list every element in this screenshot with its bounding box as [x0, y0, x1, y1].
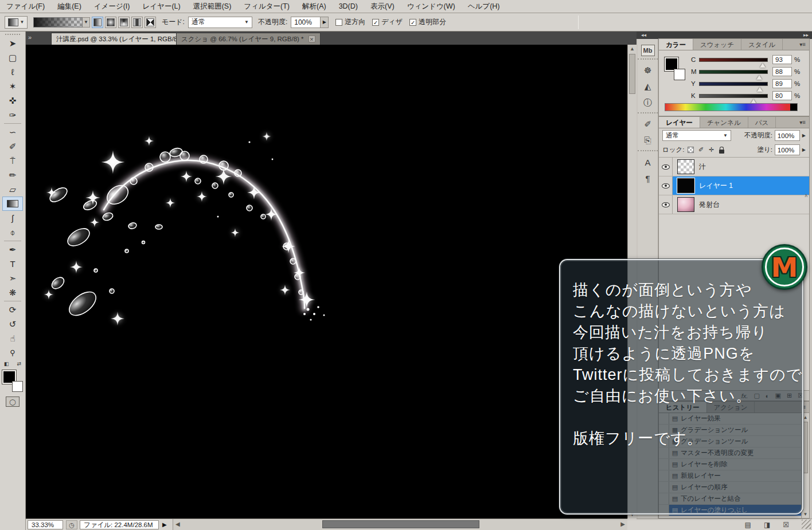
- crop-tool[interactable]: ✜: [2, 93, 23, 108]
- dither-checkbox[interactable]: ✓ ディザ: [372, 17, 403, 27]
- layer-blend-mode-select[interactable]: 通常 ▼: [662, 130, 731, 141]
- navigator-icon[interactable]: ☸: [639, 63, 657, 78]
- quick-mask-button[interactable]: ◯: [6, 396, 19, 407]
- layer-name[interactable]: 汁: [699, 162, 706, 172]
- black-value-input[interactable]: 80: [772, 91, 792, 100]
- panel-menu-icon[interactable]: ▾≡: [796, 39, 809, 50]
- reverse-checkbox[interactable]: 逆方向: [335, 17, 365, 27]
- tab-layers[interactable]: レイヤー: [659, 117, 700, 128]
- transparency-checkbox[interactable]: ✓ 透明部分: [409, 17, 446, 27]
- gradient-preview[interactable]: [33, 17, 83, 28]
- layer-row[interactable]: 発射台: [659, 195, 809, 214]
- tab-color[interactable]: カラー: [659, 39, 693, 50]
- move-tool[interactable]: ➤: [2, 36, 23, 50]
- rectangular-marquee-tool[interactable]: ▢: [2, 50, 23, 65]
- layer-row[interactable]: 汁: [659, 158, 809, 176]
- character-panel-icon[interactable]: A: [639, 155, 657, 170]
- toolbox-grip[interactable]: [5, 34, 20, 35]
- path-selection-tool[interactable]: ➣: [2, 271, 23, 285]
- opacity-slider-arrow[interactable]: ▶: [321, 17, 329, 28]
- magenta-slider[interactable]: [699, 70, 768, 74]
- reflected-gradient-button[interactable]: [131, 17, 143, 28]
- scroll-up-icon[interactable]: ▲: [628, 46, 637, 52]
- status-flyout-icon[interactable]: ▶: [162, 521, 167, 528]
- canvas-horizontal-scrollbar[interactable]: ◀ ▶: [173, 519, 627, 530]
- lock-all-icon[interactable]: [718, 146, 726, 154]
- layer-thumbnail[interactable]: [677, 178, 694, 193]
- pen-tool[interactable]: ✒: [2, 242, 23, 257]
- background-color-swatch[interactable]: [674, 69, 685, 80]
- blur-tool[interactable]: ʃ: [2, 211, 23, 225]
- lock-pixels-icon[interactable]: ✐: [697, 146, 705, 154]
- cyan-slider[interactable]: [699, 58, 768, 62]
- tab-channels[interactable]: チャンネル: [700, 117, 748, 128]
- document-tab-inactive[interactable]: スクショ @ 66.7% (レイヤー 9, RGB/8) * ✕: [176, 33, 321, 45]
- dodge-tool[interactable]: ⌽: [2, 225, 23, 240]
- fill-input[interactable]: 100%: [775, 144, 800, 155]
- cyan-value-input[interactable]: 93: [772, 55, 792, 64]
- menu-edit[interactable]: 編集(E): [51, 0, 88, 13]
- tab-swatches[interactable]: スウォッチ: [693, 39, 741, 50]
- diamond-gradient-button[interactable]: [145, 17, 156, 28]
- collapse-panels-icon[interactable]: ◂◂: [641, 32, 646, 38]
- eyedropper-tool[interactable]: ✑: [2, 108, 23, 122]
- expand-panels-icon[interactable]: ▸▸: [803, 32, 809, 38]
- blend-mode-select[interactable]: 通常 ▼: [188, 17, 252, 28]
- menu-3d[interactable]: 3D(D): [333, 0, 364, 13]
- menu-window[interactable]: ウィンドウ(W): [401, 0, 462, 13]
- opacity-slider-arrow[interactable]: ▶: [802, 133, 806, 138]
- black-slider[interactable]: [699, 94, 768, 98]
- delete-state-icon[interactable]: ☒: [783, 521, 789, 529]
- linear-gradient-button[interactable]: [92, 17, 103, 28]
- tab-styles[interactable]: スタイル: [741, 39, 783, 50]
- background-color-swatch[interactable]: [12, 381, 23, 392]
- scroll-right-icon[interactable]: ▶: [620, 521, 625, 527]
- new-document-from-state-icon[interactable]: ▤: [745, 521, 751, 529]
- menu-view[interactable]: 表示(V): [364, 0, 401, 13]
- lasso-tool[interactable]: ℓ: [2, 65, 23, 79]
- type-tool[interactable]: T: [2, 257, 23, 271]
- visibility-toggle[interactable]: [659, 195, 673, 214]
- gradient-picker-arrow[interactable]: ▼: [83, 17, 90, 28]
- layer-opacity-input[interactable]: 100%: [775, 130, 800, 141]
- lock-position-icon[interactable]: ✛: [708, 146, 716, 154]
- tab-paths[interactable]: パス: [748, 117, 776, 128]
- scroll-down-icon[interactable]: ▼: [802, 512, 809, 517]
- tab-overflow-icon[interactable]: »: [28, 34, 32, 41]
- healing-brush-tool[interactable]: ∽: [2, 125, 23, 139]
- clone-source-icon[interactable]: ⎘: [639, 133, 657, 148]
- histogram-icon[interactable]: ◭: [639, 79, 657, 94]
- paragraph-panel-icon[interactable]: ¶: [639, 171, 657, 186]
- layer-thumbnail[interactable]: [677, 197, 694, 212]
- scrollbar-thumb[interactable]: [322, 520, 479, 528]
- magenta-value-input[interactable]: 88: [772, 67, 792, 76]
- layer-name[interactable]: 発射台: [699, 200, 720, 210]
- custom-shape-tool[interactable]: ❋: [2, 285, 23, 300]
- menu-image[interactable]: イメージ(I): [88, 0, 136, 13]
- radial-gradient-button[interactable]: [105, 17, 116, 28]
- canvas[interactable]: [26, 45, 627, 519]
- menu-filter[interactable]: フィルター(T): [237, 0, 296, 13]
- fill-slider-arrow[interactable]: ▶: [802, 147, 806, 152]
- 3d-rotate-tool[interactable]: ⟳: [2, 303, 23, 317]
- yellow-slider[interactable]: [699, 82, 768, 86]
- brush-presets-icon[interactable]: ✐: [639, 117, 657, 132]
- scroll-up-icon[interactable]: ∧: [804, 193, 808, 198]
- scrollbar-thumb[interactable]: [803, 422, 808, 473]
- history-brush-tool[interactable]: ✏: [2, 168, 23, 182]
- layer-name[interactable]: レイヤー 1: [699, 181, 733, 191]
- yellow-value-input[interactable]: 89: [772, 79, 792, 88]
- tool-preset-picker[interactable]: ▼: [5, 16, 28, 29]
- eraser-tool[interactable]: ▱: [2, 182, 23, 197]
- timing-icon[interactable]: ◷: [66, 520, 77, 529]
- new-snapshot-icon[interactable]: ◨: [764, 521, 770, 529]
- layer-thumbnail[interactable]: [677, 159, 694, 174]
- 3d-orbit-tool[interactable]: ↺: [2, 317, 23, 331]
- menu-analysis[interactable]: 解析(A): [296, 0, 333, 13]
- menu-file[interactable]: ファイル(F): [0, 0, 51, 13]
- scrollbar-thumb[interactable]: [629, 54, 635, 94]
- swap-colors-control[interactable]: ◧⇄: [4, 361, 21, 367]
- menu-layer[interactable]: レイヤー(L): [136, 0, 187, 13]
- visibility-toggle[interactable]: [659, 176, 673, 195]
- opacity-input[interactable]: 100%: [291, 17, 321, 28]
